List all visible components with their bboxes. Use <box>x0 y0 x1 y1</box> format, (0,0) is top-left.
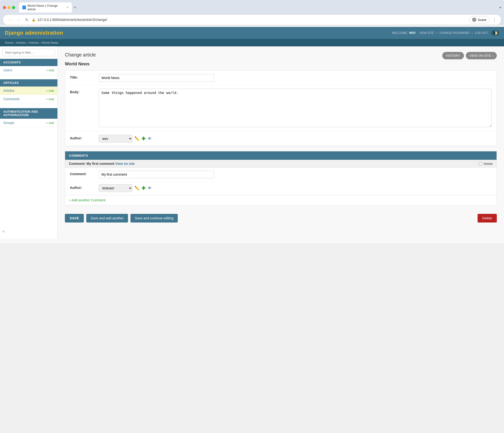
new-tab-button[interactable]: + <box>74 5 76 10</box>
sidebar-add-articles[interactable]: + Add <box>46 89 54 92</box>
change-password-link[interactable]: CHANGE PASSWORD <box>440 31 469 35</box>
view-site-link[interactable]: VIEW SITE <box>419 31 434 35</box>
sidebar-add-users[interactable]: + Add <box>46 69 54 72</box>
collapse-sidebar-button[interactable]: « <box>2 229 5 234</box>
comment-text-row: Comment: <box>65 168 496 181</box>
comment-author-row: Author: testuser wsv admin ✏️ ✚ <box>65 181 496 195</box>
sidebar-section-auth: AUTHENTICATION AND AUTHORIZATION <box>0 108 57 119</box>
sidebar-section-articles: ARTICLES <box>0 79 57 87</box>
view-on-site-button[interactable]: VIEW ON SITE › <box>466 52 497 59</box>
guest-label: Guest <box>478 18 486 22</box>
lock-icon: 🔒 <box>32 18 36 22</box>
reload-button[interactable]: ↻ <box>24 17 30 23</box>
author-select[interactable]: wsv testuser admin <box>99 135 132 143</box>
breadcrumb: Home › Articles › Articles › World News <box>0 39 504 46</box>
save-add-button[interactable]: Save and add another <box>86 214 128 223</box>
comment-item-header: Comment: My first comment View on site D… <box>65 160 496 168</box>
comment-author-add-icon[interactable]: ✚ <box>142 185 145 191</box>
tab-close-button[interactable]: × <box>67 6 68 9</box>
forward-button[interactable]: → <box>15 17 22 22</box>
comment-author-edit-icon[interactable]: ✏️ <box>134 186 140 191</box>
body-row: Body: Some things happened around the wo… <box>65 85 496 131</box>
comments-section-header: COMMENTS <box>65 151 496 160</box>
comment-author-icons: ✏️ ✚ 👁 <box>134 185 152 191</box>
sidebar-add-groups[interactable]: + Add <box>46 121 54 125</box>
save-continue-button[interactable]: Save and continue editing <box>130 214 178 223</box>
body-textarea[interactable]: Some things happened around the world. <box>99 89 492 127</box>
admin-title: Django administration <box>5 30 63 36</box>
breadcrumb-articles-section[interactable]: Articles <box>16 41 26 45</box>
comment-item-title: Comment: My first comment View on site <box>69 162 135 166</box>
url-bar: 127.0.0.1:8000/admin/articles/article/3/… <box>37 18 467 22</box>
title-row: Title: <box>65 71 496 85</box>
sidebar-link-groups[interactable]: Groups <box>3 121 14 125</box>
add-another-comment[interactable]: + Add another Comment <box>65 195 496 205</box>
author-add-icon[interactable]: ✚ <box>142 136 145 142</box>
content-area: Change article HISTORY VIEW ON SITE › Wo… <box>58 46 504 239</box>
more-options-button[interactable]: ⋮ <box>491 16 497 23</box>
sidebar-item-articles: Articles + Add <box>0 87 57 95</box>
log-out-link[interactable]: LOG OUT <box>475 31 488 35</box>
page-title: Change article <box>65 52 497 58</box>
comment-author-view-icon[interactable]: 👁 <box>147 186 152 191</box>
browser-tab[interactable]: 🌐 World News | Change article × <box>19 2 72 12</box>
comment-field <box>99 171 492 178</box>
admin-header: Django administration WELCOME, WSV. VIEW… <box>0 27 504 39</box>
comment-view-on-site-link[interactable]: View on site <box>115 162 135 166</box>
body-label: Body: <box>70 89 99 94</box>
form-footer: SAVE Save and add another Save and conti… <box>65 210 497 226</box>
comment-inline-item: Comment: My first comment View on site D… <box>65 160 496 195</box>
sidebar-filter-area <box>0 46 57 59</box>
author-field: wsv testuser admin ✏️ ✚ 👁 <box>99 135 492 143</box>
author-label: Author: <box>70 135 99 140</box>
author-icons: ✏️ ✚ 👁 <box>134 136 152 142</box>
comments-inline-section: COMMENTS Comment: My first comment View … <box>65 151 497 205</box>
guest-avatar <box>472 18 476 22</box>
back-button[interactable]: ← <box>7 17 13 22</box>
object-title: World News <box>65 62 497 67</box>
sidebar-add-comments[interactable]: + Add <box>46 97 54 101</box>
author-view-icon[interactable]: 👁 <box>147 136 152 141</box>
guest-button[interactable]: Guest <box>469 16 489 23</box>
sidebar-section-accounts: ACCOUNTS <box>0 59 57 66</box>
author-edit-icon[interactable]: ✏️ <box>134 136 140 141</box>
window-maximize-button[interactable] <box>12 6 15 9</box>
dark-mode-toggle[interactable]: 🌓 <box>491 30 499 36</box>
sidebar-filter-input[interactable] <box>2 49 55 56</box>
title-field <box>99 74 492 82</box>
breadcrumb-articles-link[interactable]: Articles <box>29 41 39 45</box>
window-close-button[interactable] <box>3 6 6 9</box>
article-form: Title: Body: Some things happened around… <box>65 70 497 146</box>
view-on-site-label: VIEW ON SITE <box>470 54 491 57</box>
comment-author-field: testuser wsv admin ✏️ ✚ 👁 <box>99 184 492 192</box>
breadcrumb-home[interactable]: Home <box>5 41 13 45</box>
comment-input[interactable] <box>99 171 214 178</box>
author-row: Author: wsv testuser admin ✏️ ✚ 👁 <box>65 131 496 146</box>
comment-label: Comment: <box>70 171 99 176</box>
sidebar-link-comments[interactable]: Comments <box>3 97 20 101</box>
view-on-site-icon: › <box>492 54 493 57</box>
window-minimize-button[interactable] <box>8 6 10 9</box>
sidebar-item-comments: Comments + Add <box>0 95 57 103</box>
sidebar-link-articles[interactable]: Articles <box>3 89 14 92</box>
save-button[interactable]: SAVE <box>65 214 84 223</box>
history-button[interactable]: HISTORY <box>442 52 464 59</box>
title-label: Title: <box>70 74 99 79</box>
breadcrumb-sep3: › <box>40 41 41 45</box>
action-buttons: HISTORY VIEW ON SITE › <box>442 52 497 59</box>
sidebar-item-groups: Groups + Add <box>0 119 57 127</box>
body-field: Some things happened around the world. <box>99 89 492 128</box>
tab-expand-button[interactable]: ▾ <box>499 6 501 9</box>
comment-author-select[interactable]: testuser wsv admin <box>99 184 132 192</box>
sidebar-item-users: Users + Add <box>0 66 57 74</box>
tab-title: World News | Change article <box>27 4 64 11</box>
welcome-prefix: WELCOME, <box>392 31 408 35</box>
breadcrumb-current: World News <box>42 41 58 45</box>
delete-button[interactable]: Delete <box>477 214 497 223</box>
comment-delete-label: Delete <box>479 162 493 166</box>
comment-delete-checkbox[interactable] <box>479 162 482 165</box>
delete-text: Delete <box>484 162 493 166</box>
sidebar-link-users[interactable]: Users <box>3 68 12 72</box>
title-input[interactable] <box>99 74 214 82</box>
breadcrumb-sep1: › <box>14 41 15 45</box>
